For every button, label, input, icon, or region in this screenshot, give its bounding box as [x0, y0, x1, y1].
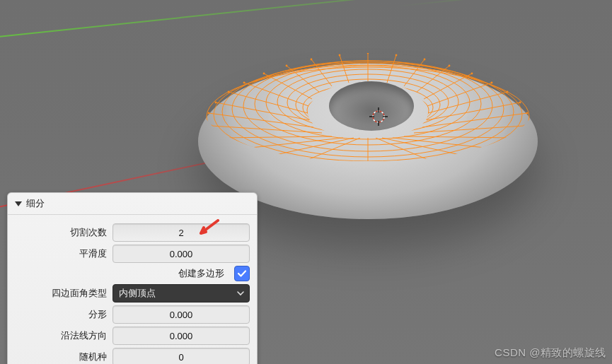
fractal-field[interactable]: 0.000 — [112, 305, 250, 324]
panel-header[interactable]: 细分 — [8, 193, 257, 215]
smoothness-field[interactable]: 0.000 — [112, 245, 250, 263]
along-normal-field[interactable]: 0.000 — [112, 327, 250, 345]
svg-point-60 — [215, 102, 217, 104]
quad-corner-select[interactable]: 内侧顶点 — [112, 284, 250, 303]
svg-point-47 — [519, 102, 521, 104]
svg-point-44 — [471, 73, 473, 75]
along-normal-label: 沿法线方向 — [15, 329, 107, 342]
svg-point-55 — [311, 59, 313, 61]
fractal-label: 分形 — [15, 308, 107, 321]
check-icon — [237, 269, 247, 278]
watermark-text: CSDN @精致的螺旋线 — [495, 346, 606, 360]
cuts-label: 切割次数 — [15, 226, 107, 239]
svg-point-43 — [449, 65, 451, 67]
svg-point-56 — [286, 65, 288, 67]
svg-point-46 — [507, 91, 509, 93]
svg-point-54 — [339, 54, 341, 57]
svg-point-58 — [243, 82, 246, 84]
create-ngons-checkbox[interactable] — [234, 266, 250, 281]
smoothness-label: 平滑度 — [15, 247, 107, 260]
chevron-down-icon — [236, 289, 245, 300]
svg-point-40 — [367, 52, 369, 54]
random-seed-label: 随机种 — [15, 351, 107, 363]
svg-point-42 — [424, 59, 426, 61]
random-seed-field[interactable]: 0 — [112, 348, 250, 364]
svg-point-57 — [263, 73, 265, 75]
random-seed-value: 0 — [178, 352, 183, 363]
svg-point-59 — [228, 91, 230, 93]
quad-corner-label: 四边面角类型 — [15, 287, 107, 300]
svg-point-41 — [396, 54, 398, 57]
panel-title: 细分 — [26, 197, 45, 210]
svg-point-45 — [491, 82, 493, 84]
quad-corner-value: 内侧顶点 — [119, 287, 156, 300]
smoothness-value: 0.000 — [170, 249, 193, 259]
create-ngons-label: 创建多边形 — [178, 267, 224, 280]
operator-panel-subdivide[interactable]: 细分 切割次数 2 平滑度 0.000 创建多边形 四边面角类型 内侧顶点 — [7, 192, 258, 364]
disclosure-triangle-icon[interactable] — [15, 201, 22, 206]
axis-y-line-far — [396, 0, 612, 7]
fractal-value: 0.000 — [170, 310, 193, 320]
torus-hole — [329, 81, 414, 131]
along-normal-value: 0.000 — [170, 331, 193, 341]
cuts-value: 2 — [178, 228, 183, 238]
cuts-field[interactable]: 2 — [112, 223, 250, 242]
